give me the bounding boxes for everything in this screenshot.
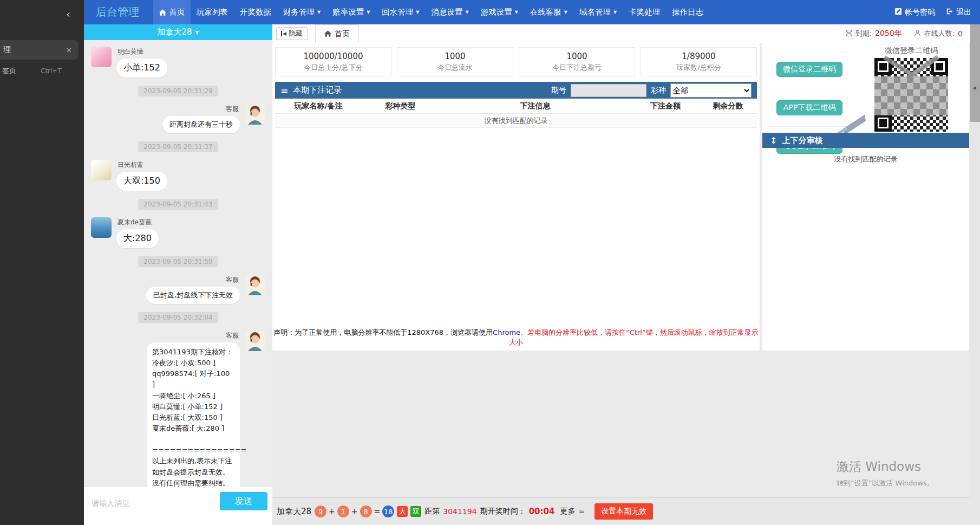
scrollbar-arrow-icon: ◀ (972, 85, 976, 90)
timestamp-text: 2023-09-05 20:32:04 (138, 312, 218, 323)
bet-table-empty: 没有找到匹配的记录 (275, 114, 757, 128)
nav-item-0[interactable]: 首页 (153, 0, 191, 24)
countdown-suffix: 期开奖时间： (480, 507, 526, 516)
collapse-chevron-icon[interactable]: ‹ (66, 8, 70, 21)
qr-block: 微信登录二维码 (863, 46, 959, 132)
nav-item-9[interactable]: 域名管理▼ (573, 0, 623, 24)
message-bubble: 第3041193期下注核对： 冷夜汐:[ 小双:500 ] qq9998574:… (147, 342, 240, 487)
nav-item-2[interactable]: 开奖数据 (234, 0, 277, 24)
bet-panel-title: 本期下注记录 (293, 85, 342, 95)
sender-name: 明白莫懂 (117, 47, 166, 56)
nav-item-5[interactable]: 回水管理▼ (376, 0, 425, 24)
close-icon[interactable]: × (66, 46, 72, 54)
nav-item-label: 首页 (169, 7, 185, 17)
chat-input-bar: 发送 (84, 487, 272, 525)
more-button[interactable]: 更多 (560, 507, 575, 516)
stat-card-1: 1000今日总流水 (397, 47, 513, 76)
tab-home[interactable]: 首页 (315, 24, 359, 43)
stat-label: 今日总上分/总下分 (304, 63, 362, 73)
chat-message-input[interactable] (92, 499, 216, 508)
logout-label: 退出 (956, 8, 971, 17)
navbar-right: 帐号密码 退出 (894, 8, 980, 17)
send-button[interactable]: 发送 (220, 492, 267, 510)
nav-item-label: 在线客服 (530, 7, 561, 17)
invalidate-round-button[interactable]: 设置本期无效 (594, 503, 653, 520)
nav-item-label: 开奖数据 (240, 7, 271, 17)
lottery-label: 彩种 (651, 86, 666, 95)
expiry-label: 到期: (855, 29, 872, 38)
hide-sidebar-button[interactable]: ◀ 隐藏 (276, 27, 308, 40)
stat-value: 1000 (566, 51, 587, 61)
stat-value: 1000 (445, 51, 465, 61)
browser-side-panel: ‹ 理 × 签页 Ctrl+T (0, 0, 84, 525)
expiry-value: 2050年 (875, 29, 902, 38)
account-password-button[interactable]: 帐号密码 (894, 8, 935, 17)
qr-button-0[interactable]: 微信登录二维码 (776, 62, 842, 77)
online-count: 0 (958, 29, 963, 38)
message-bubble: 大:280 (116, 229, 159, 248)
avatar (91, 160, 112, 180)
lottery-select[interactable]: 全部 (670, 83, 752, 98)
game-name: 加拿大28 (277, 507, 311, 517)
avatar (245, 275, 265, 295)
chat-room-title: 加拿大28 (157, 27, 192, 37)
person-icon (914, 29, 921, 38)
edit-icon (894, 8, 902, 17)
chat-message: 夏末de蔷薇大:280 (91, 217, 265, 248)
stat-label: 今日总流水 (437, 63, 473, 73)
logout-button[interactable]: 退出 (946, 8, 971, 17)
bet-panel-header: ≡ 本期下注记录 期号 彩种 全部 (275, 82, 757, 99)
draw-number: 1 (337, 505, 349, 517)
qr-button-1[interactable]: APP下载二维码 (776, 100, 842, 115)
message-bubble: 距离封盘还有三十秒 (162, 116, 240, 133)
column-header: 下注信息 (439, 101, 632, 111)
nav-item-3[interactable]: 财务管理▼ (277, 0, 326, 24)
result-tag: 双 (410, 506, 421, 517)
stat-card-0: 100000/10000今日总上分/总下分 (275, 47, 391, 76)
browser-tab[interactable]: 理 × (0, 40, 79, 60)
page-scrollbar[interactable]: ◀ (970, 24, 980, 525)
nav-item-1[interactable]: 玩家列表 (191, 0, 234, 24)
up-down-arrow-icon: ↕ (770, 135, 777, 146)
nav-item-11[interactable]: 操作日志 (666, 0, 709, 24)
right-panel: 微信登录二维码APP下载二维码QQ登录二维码 微信登录二维码 ↕ 上下分审核 没… (762, 43, 969, 351)
game-status-bar: 加拿大28 9+1+8=18大双 距第3041194期开奖时间： 00:04 更… (272, 497, 970, 525)
nav-item-4[interactable]: 赔率设置▼ (326, 0, 376, 24)
issue-label: 期号 (551, 86, 566, 95)
issue-input[interactable] (571, 84, 646, 97)
resolution-disclaimer: 声明：为了正常使用，电脑分辨率不能低于1280X768，浏览器请使用Chrome… (272, 328, 760, 347)
draw-sum: 18 (382, 505, 394, 517)
account-password-label: 帐号密码 (905, 8, 935, 17)
stat-label: 玩家数/总积分 (676, 63, 721, 73)
timestamp-text: 2023-09-05 20:31:29 (138, 86, 218, 96)
new-tab-label: 签页 (2, 66, 16, 76)
nav-item-8[interactable]: 在线客服▼ (524, 0, 573, 24)
chat-messages: 明白莫懂小单:1522023-09-05 20:31:29客服距离封盘还有三十秒… (84, 40, 272, 487)
nav-item-6[interactable]: 消息设置▼ (425, 0, 474, 24)
message-body: 客服第3041193期下注核对： 冷夜汐:[ 小双:500 ] qq999857… (147, 330, 240, 487)
chevron-down-icon: ▼ (195, 30, 199, 35)
hourglass-icon (846, 29, 852, 38)
app-title: 后台管理 (96, 5, 139, 20)
nav-item-7[interactable]: 游戏设置▼ (475, 0, 524, 24)
chrome-link[interactable]: Chrome (493, 328, 520, 336)
message-bubble: 小单:152 (116, 59, 167, 77)
draw-number: 8 (360, 505, 372, 517)
timestamp-text: 2023-09-05 20:31:37 (138, 141, 218, 152)
message-body: 夏末de蔷薇大:280 (116, 217, 159, 248)
watermark-line2: 转到“设置”以激活 Windows。 (837, 478, 934, 488)
bet-records-panel: ≡ 本期下注记录 期号 彩种 全部 玩家名称/备注彩种类型下注信息下注金额剩余分… (275, 82, 757, 128)
stat-value: 1/89000 (682, 51, 715, 61)
new-tab-item[interactable]: 签页 Ctrl+T (0, 64, 84, 78)
qr-eye-icon (874, 114, 892, 132)
chat-message: 日光析蓝大双:150 (91, 160, 265, 191)
screen: ‹ 理 × 签页 Ctrl+T 后台管理 首页玩家列表开奖数据财务管理▼赔率设置… (0, 0, 980, 525)
audit-panel-title: 上下分审核 (782, 135, 822, 146)
browser-tab-label: 理 (3, 45, 11, 55)
scrollbar-thumb[interactable] (970, 24, 980, 122)
nav-item-10[interactable]: 卡奖处理 (623, 0, 666, 24)
chat-room-selector[interactable]: 加拿大28 ▼ (84, 24, 272, 40)
countdown-prefix: 距第 (424, 507, 440, 516)
more-icon[interactable]: ≈ (578, 507, 585, 516)
nav-item-label: 财务管理 (283, 7, 315, 17)
